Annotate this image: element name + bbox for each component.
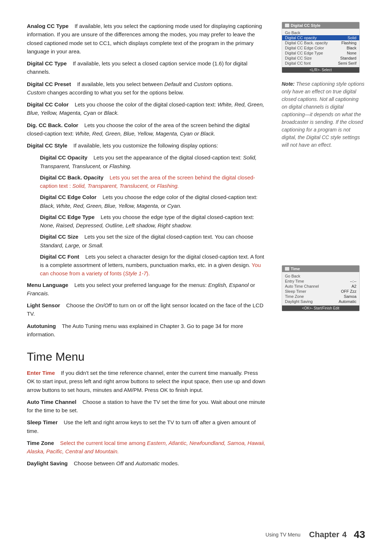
panel-row-cc-2[interactable]: Digital CC Edge Type None [282,50,359,56]
panel-selected-label-cc: Digital CC opacity [285,36,317,40]
enter-time-term: Enter Time [27,370,55,376]
panel-row-cc-1[interactable]: Digital CC Edge Color Black [282,45,359,50]
digital-cc-preset-term: Digital CC Preset [27,81,71,87]
digital-cc-size-para: Digital CC Size Lets you set the size of… [27,232,266,250]
menu-language-para: Menu Language Lets you select your prefe… [27,281,266,298]
panel-title-time: Time [291,267,300,271]
panel-row-cc-0[interactable]: Digital CC Back. opacity Flashing [282,40,359,45]
digital-cc-style-term: Digital CC Style [27,142,68,149]
tv-icon-time [285,267,289,271]
panel-body-cc: Go Back Digital CC opacity Solid Digital… [282,29,359,67]
panel-row-time-1[interactable]: Auto Time Channel A2 [282,284,359,289]
panel-title-bar-cc: Digital CC Style [282,22,359,29]
note-box: Note: These captioning style options onl… [282,80,365,149]
panel-go-back-cc[interactable]: Go Back [282,30,359,35]
enter-time-para: Enter Time If you didn't set the time re… [27,369,266,394]
digital-cc-back-opacity-para: Digital CC Back. Opacity Lets you set th… [27,173,266,190]
panel-row-cc-3[interactable]: Digital CC Size Standard [282,56,359,61]
digital-cc-font-term: Digital CC Font [40,254,79,260]
sleep-timer-term: Sleep Timer [27,419,58,425]
daylight-saving-para: Daylight Saving Choose between Off and A… [27,459,266,467]
time-panel: Time Go Back Entry Time --:-- Auto Time … [282,265,360,311]
digital-cc-style-para: Digital CC Style If available, lets you … [27,141,266,150]
analog-cc-type-para: Analog CC Type If available, lets you se… [27,22,266,56]
light-sensor-para: Light Sensor Choose the On/Off to turn o… [27,301,266,318]
page-number: 43 [354,529,365,540]
digital-cc-back-opacity-term: Digital CC Back. Opacity [40,174,103,181]
autotuning-para: Autotuning The Auto Tuning menu was expl… [27,322,266,339]
panel-row-time-4[interactable]: Daylight Saving Automatic [282,299,359,304]
digital-cc-preset-default: Default [164,81,182,87]
digital-cc-type-para: Digital CC Type If available, lets you s… [27,59,266,76]
panel-footer-time: <OK>- Start/Finish Edit [282,305,359,311]
dig-cc-back-color-term: Dig. CC Back. Color [27,122,78,128]
time-zone-para: Time Zone Select the current local time … [27,439,266,456]
autotuning-term: Autotuning [27,323,56,329]
digital-cc-edge-color-term: Digital CC Edge Color [40,194,97,200]
digital-cc-preset-custom2: Custom [27,89,46,96]
digital-cc-type-term: Digital CC Type [27,60,67,66]
digital-cc-opacity-term: Digital CC Opacity [40,154,87,161]
digital-cc-edge-type-para: Digital CC Edge Type Lets you choose the… [27,213,266,230]
panel-go-back-time[interactable]: Go Back [282,274,359,279]
panel-selected-value-cc: Solid [348,36,356,40]
digital-cc-preset-custom: Custom [193,81,212,87]
auto-time-channel-term: Auto Time Channel [27,399,76,405]
dig-cc-back-color-para: Dig. CC Back. Color Lets you choose the … [27,121,266,138]
sleep-timer-para: Sleep Timer Use the left and right arrow… [27,418,266,435]
note-text: These captioning style options only have… [282,81,364,148]
daylight-saving-term: Daylight Saving [27,460,68,466]
note-label: Note: [282,81,295,87]
chapter-label: Chapter [309,530,339,539]
panel-body-time: Go Back Entry Time --:-- Auto Time Chann… [282,272,359,305]
footer-prefix: Using TV Menu [266,532,301,538]
panel-footer-cc: <L/R>- Select [282,67,359,73]
panel-go-back-label-time: Go Back [285,274,300,278]
tv-icon-cc [285,24,289,27]
digital-cc-color-para: Digital CC Color Lets you choose the col… [27,100,266,117]
time-zone-red: Select the current local time among [60,440,145,446]
digital-cc-edge-type-term: Digital CC Edge Type [40,214,95,220]
panel-row-time-2[interactable]: Sleep Timer OFF Zzz [282,289,359,294]
panel-row-time-0[interactable]: Entry Time --:-- [282,279,359,284]
panel-go-back-label-cc: Go Back [285,31,300,35]
panel-row-time-3[interactable]: Time Zone Samoa [282,294,359,299]
panel-row-cc-4[interactable]: Digital CC font Semi Serif [282,61,359,66]
light-sensor-term: Light Sensor [27,302,60,308]
digital-cc-font-para: Digital CC Font Lets you select a charac… [27,252,266,278]
menu-language-term: Menu Language [27,282,68,288]
chapter-num: 4 [342,530,347,539]
digital-cc-size-term: Digital CC Size [40,234,78,240]
digital-cc-preset-para: Digital CC Preset If available, lets you… [27,80,266,97]
digital-cc-opacity-para: Digital CC Opacity Lets you set the appe… [27,153,266,170]
digital-cc-edge-color-para: Digital CC Edge Color Lets you choose th… [27,193,266,210]
digital-cc-style-panel: Digital CC Style Go Back Digital CC opac… [282,22,360,73]
time-menu-heading: Time Menu [27,350,266,364]
panel-title-cc: Digital CC Style [291,23,320,28]
panel-selected-row-cc[interactable]: Digital CC opacity Solid [282,35,359,40]
page-footer: Using TV Menu Chapter 4 43 [266,529,365,540]
digital-cc-preset-text: If available, lets you select between [77,81,163,87]
panel-title-bar-time: Time [282,266,359,272]
auto-time-channel-para: Auto Time Channel Choose a station to ha… [27,398,266,415]
analog-cc-type-term: Analog CC Type [27,23,69,29]
digital-cc-color-term: Digital CC Color [27,101,69,108]
time-zone-term: Time Zone [27,440,54,446]
